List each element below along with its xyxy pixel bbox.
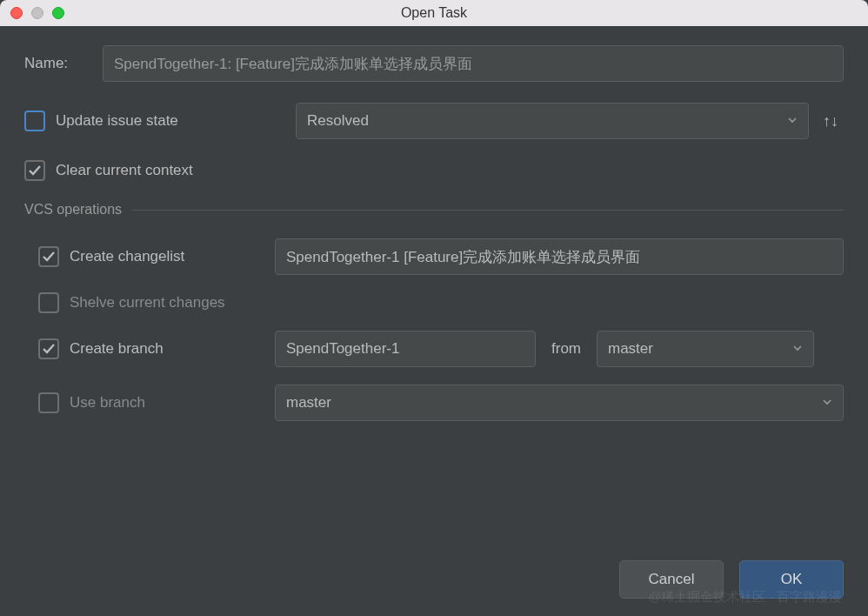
- from-branch-value: master: [608, 340, 653, 358]
- create-branch-checkbox[interactable]: [38, 338, 59, 359]
- create-changelist-label: Create changelist: [70, 248, 184, 265]
- name-row: Name:: [24, 45, 844, 82]
- use-branch-checkbox[interactable]: [38, 392, 59, 413]
- name-label: Name:: [24, 55, 103, 72]
- update-issue-row: Update issue state Resolved ↑↓: [24, 103, 844, 139]
- name-input[interactable]: [103, 45, 844, 82]
- titlebar: Open Task: [0, 0, 868, 26]
- clear-context-row: Clear current context: [24, 160, 844, 181]
- chevron-down-icon: [822, 394, 832, 412]
- shelve-row: Shelve current changes: [38, 292, 844, 313]
- changelist-row: Create changelist: [38, 238, 844, 275]
- chevron-down-icon: [792, 340, 803, 358]
- cancel-button[interactable]: Cancel: [619, 560, 724, 599]
- use-branch-value: master: [286, 394, 331, 412]
- create-changelist-checkbox[interactable]: [38, 246, 59, 267]
- clear-context-label: Clear current context: [56, 162, 193, 179]
- create-branch-label: Create branch: [70, 340, 164, 358]
- chevron-down-icon: [787, 112, 798, 130]
- dialog-footer: Cancel OK: [619, 560, 844, 599]
- use-branch-label: Use branch: [70, 394, 145, 412]
- sort-icon[interactable]: ↑↓: [818, 112, 844, 131]
- issue-state-value: Resolved: [307, 112, 369, 130]
- changelist-input[interactable]: [275, 238, 844, 275]
- window-title: Open Task: [0, 5, 868, 21]
- issue-state-select[interactable]: Resolved: [296, 103, 809, 139]
- ok-button[interactable]: OK: [739, 560, 844, 599]
- update-issue-label: Update issue state: [56, 112, 178, 130]
- update-issue-checkbox[interactable]: [24, 110, 45, 131]
- dialog-content: Name: Update issue state Resolved ↑↓ Cle…: [0, 26, 868, 454]
- clear-context-checkbox[interactable]: [24, 160, 45, 181]
- create-branch-row: Create branch from master: [38, 331, 844, 367]
- use-branch-select[interactable]: master: [275, 385, 844, 421]
- vcs-legend: VCS operations: [24, 202, 132, 218]
- vcs-group: VCS operations Create changelist Shelve …: [24, 202, 844, 439]
- use-branch-row: Use branch master: [38, 385, 844, 421]
- from-branch-select[interactable]: master: [597, 331, 814, 367]
- from-label: from: [551, 340, 581, 358]
- create-branch-input[interactable]: [275, 331, 536, 367]
- shelve-label: Shelve current changes: [70, 294, 225, 311]
- shelve-checkbox[interactable]: [38, 292, 59, 313]
